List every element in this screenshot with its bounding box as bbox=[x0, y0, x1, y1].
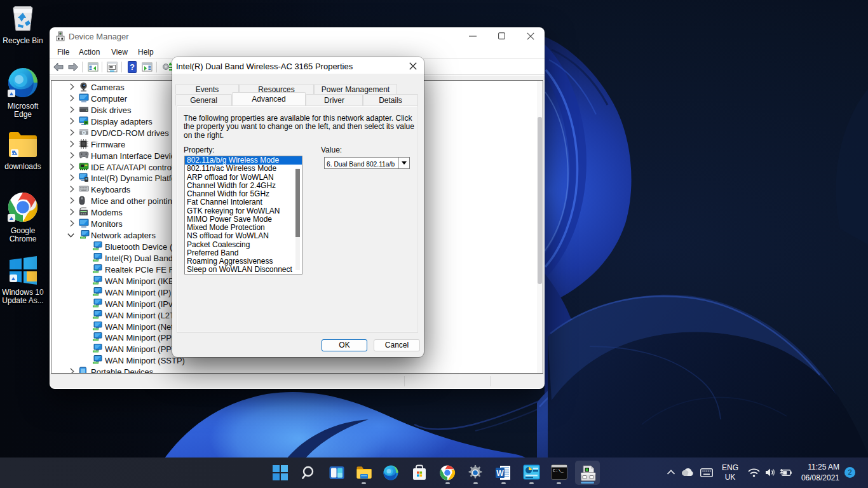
svg-text:?: ? bbox=[130, 63, 135, 72]
svg-text:W: W bbox=[496, 469, 504, 478]
svg-text:C:\_: C:\_ bbox=[553, 468, 564, 473]
